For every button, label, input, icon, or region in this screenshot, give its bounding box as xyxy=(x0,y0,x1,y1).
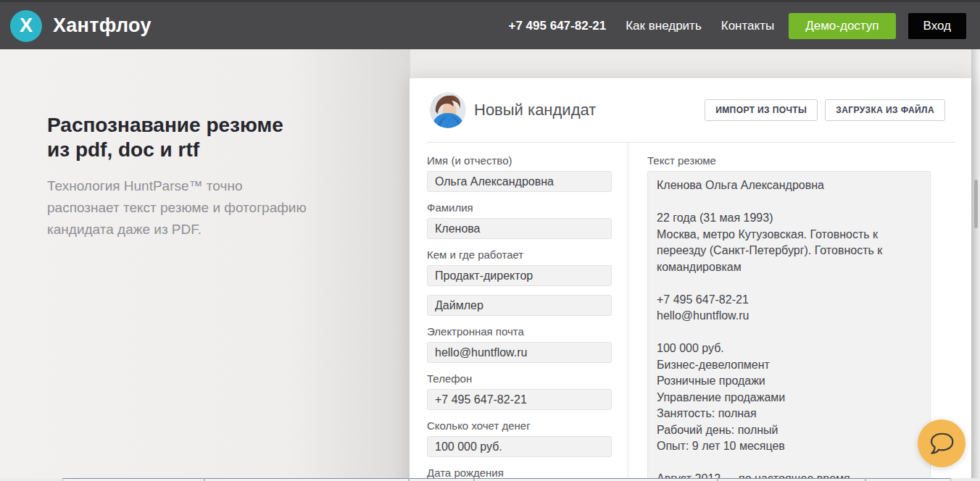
import-from-mail-button[interactable]: ИМПОРТ ИЗ ПОЧТЫ xyxy=(705,99,818,121)
nav-link-how-to-implement[interactable]: Как внедрить xyxy=(626,19,702,33)
avatar-photo-icon xyxy=(430,92,466,128)
resume-label: Текст резюме xyxy=(647,154,931,167)
x-logo-icon[interactable]: X xyxy=(10,10,42,42)
navbar-menu: +7 495 647-82-21 Как внедрить Контакты Д… xyxy=(509,13,966,39)
hero-description-line3: кандидата даже из PDF. xyxy=(47,219,359,240)
nav-link-contacts[interactable]: Контакты xyxy=(721,19,774,33)
field-label-salary: Сколько хочет денег xyxy=(427,419,612,432)
hero-description-line2: распознает текст резюме и фотографию xyxy=(47,197,359,219)
email-input[interactable] xyxy=(427,342,612,363)
hero-title-line2: из pdf, doc и rtf xyxy=(47,138,359,162)
chat-widget-button[interactable] xyxy=(918,419,966,467)
last-name-input[interactable] xyxy=(427,218,612,239)
field-label-phone: Телефон xyxy=(427,372,612,385)
field-label-first-name: Имя (и отчество) xyxy=(427,154,612,167)
card-header-buttons: ИМПОРТ ИЗ ПОЧТЫ ЗАГРУЗКА ИЗ ФАЙЛА xyxy=(705,99,945,121)
page: X Хантфлоу +7 495 647-82-21 Как внедрить… xyxy=(0,0,980,481)
candidate-avatar[interactable] xyxy=(430,92,466,128)
speech-bubble-icon xyxy=(925,427,958,460)
salary-input[interactable] xyxy=(427,436,612,457)
card-body: Имя (и отчество) Фамилия Кем и где работ… xyxy=(427,142,955,481)
brand[interactable]: X Хантфлоу xyxy=(10,10,151,42)
hero-title-line1: Распознавание резюме xyxy=(47,113,359,138)
hero-title: Распознавание резюме из pdf, doc и rtf xyxy=(47,113,359,162)
position-input[interactable] xyxy=(427,265,612,286)
background-window-edge xyxy=(0,478,980,481)
window-top-edge xyxy=(0,0,980,2)
brand-name[interactable]: Хантфлоу xyxy=(53,14,151,37)
card-header: Новый кандидат ИМПОРТ ИЗ ПОЧТЫ ЗАГРУЗКА … xyxy=(410,78,971,142)
page-background-right xyxy=(971,49,980,481)
hero-description: Технология HuntParse™ точно распознает т… xyxy=(47,175,359,240)
candidate-form-column: Имя (и отчество) Фамилия Кем и где работ… xyxy=(427,143,628,481)
first-name-input[interactable] xyxy=(427,171,612,192)
navbar-phone: +7 495 647-82-21 xyxy=(509,19,607,33)
top-navbar: X Хантфлоу +7 495 647-82-21 Как внедрить… xyxy=(0,2,980,49)
login-button[interactable]: Вход xyxy=(908,13,966,39)
card-title: Новый кандидат xyxy=(474,101,596,120)
new-candidate-card: Новый кандидат ИМПОРТ ИЗ ПОЧТЫ ЗАГРУЗКА … xyxy=(410,78,971,481)
scrollbar-thumb[interactable] xyxy=(974,180,978,228)
field-label-email: Электронная почта xyxy=(427,325,612,338)
company-input[interactable] xyxy=(427,295,612,316)
resume-textarea[interactable]: Кленова Ольга Александровна 22 года (31 … xyxy=(647,171,931,481)
hero-section: Распознавание резюме из pdf, doc и rtf Т… xyxy=(47,113,359,240)
field-label-last-name: Фамилия xyxy=(427,201,612,214)
field-label-position: Кем и где работает xyxy=(427,248,612,261)
demo-access-button[interactable]: Демо-доступ xyxy=(789,13,895,39)
hero-description-line1: Технология HuntParse™ точно xyxy=(47,175,359,197)
resume-column: Текст резюме Кленова Ольга Александровна… xyxy=(628,143,955,481)
field-label-birthdate: Дата рождения xyxy=(427,467,612,479)
phone-input[interactable] xyxy=(427,389,612,410)
upload-from-file-button[interactable]: ЗАГРУЗКА ИЗ ФАЙЛА xyxy=(825,99,945,121)
